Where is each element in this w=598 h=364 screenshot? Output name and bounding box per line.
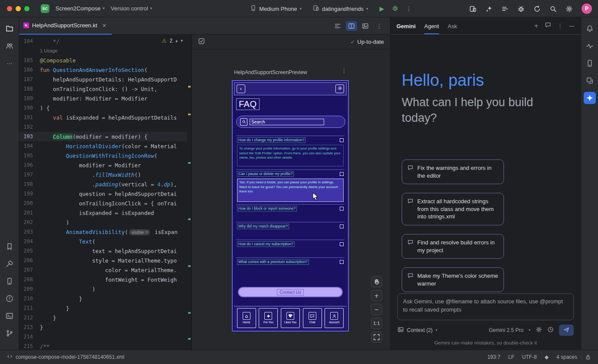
status-file[interactable]: compose-compose-model-1758748140651.xml [7,354,124,361]
prev-issue-icon[interactable]: ▴ [176,39,178,43]
problems-icon[interactable] [3,292,16,305]
code-line[interactable]: 190) { [19,103,187,113]
code-line[interactable]: 198 .padding(vertical = 4.dp), [19,179,187,189]
faq-question-row[interactable]: How do I cancel my subscription? [236,240,344,249]
profiler-icon[interactable] [584,40,596,52]
project-menu[interactable]: Screen2Compose ▾ [55,5,105,12]
project-folder-icon[interactable] [3,23,16,35]
error-stripe-mark[interactable] [188,162,191,164]
search-everywhere-icon[interactable] [549,5,557,13]
device-mirroring-icon[interactable] [469,5,477,13]
minimize-window-button[interactable] [16,6,21,11]
nav-item-home[interactable]: ⌂Home [237,308,256,328]
code-line[interactable]: 208 fontWeight = FontWeigh [19,275,187,284]
terminal-icon[interactable] [3,310,16,322]
status-4-spaces[interactable]: 4 spaces [556,354,577,360]
inspections-widget[interactable]: ⚠ 2 ▴ ▾ [160,37,185,44]
new-chat-icon[interactable]: + [534,23,539,29]
design-view-button[interactable] [360,21,371,31]
history-icon[interactable] [547,326,554,334]
next-issue-icon[interactable]: ▾ [181,39,183,43]
status-193-7[interactable]: 193:7 [488,354,500,360]
suggestion-card[interactable]: Find and resolve build errors in my proj… [402,234,504,259]
more-options-icon[interactable]: ⋮ [557,23,563,29]
nav-item-account[interactable]: Account [325,308,344,328]
settings-gear-icon[interactable] [335,84,344,93]
gemini-spark-icon[interactable] [584,92,596,104]
code-line[interactable]: 202 ) [19,218,187,227]
code-line[interactable]: 210 } [19,294,187,303]
error-stripe-mark[interactable] [188,312,191,314]
code-line[interactable]: 191 val isExpanded = helpAndSupportDetai… [19,113,187,122]
run-config-selector[interactable]: datingandfriends ▾ [313,5,368,13]
run-button[interactable]: ▶ [380,6,384,12]
suggestion-card[interactable]: Extract all hardcoded strings from this … [402,193,504,225]
layout-inspector-icon[interactable] [584,75,596,87]
nav-item-likes-you[interactable]: ♥Likes You [281,308,300,328]
faq-question-row[interactable]: What comes with a premium subscription? [236,258,344,266]
maximize-window-button[interactable] [24,6,29,11]
contact-us-button[interactable]: Contact Us [238,287,343,297]
code-line[interactable]: 193 Column(modifier = modifier) { [19,132,187,141]
expand-icon[interactable] [340,242,344,246]
gemini-settings-icon[interactable] [536,326,542,334]
code-line[interactable]: 197 .fillMaxWidth() [19,170,187,179]
sync-project-icon[interactable] [533,5,541,13]
code-line[interactable]: 214 [19,332,187,341]
diamond-icon[interactable]: ◆ [545,354,549,360]
suggestion-card[interactable]: Make my Theme's color scheme warmer [402,267,504,292]
code-view-button[interactable] [332,21,343,31]
expand-icon[interactable] [340,207,344,211]
tab-ask[interactable]: Ask [448,23,457,34]
tab-agent[interactable]: Agent [424,23,439,34]
faq-question-row[interactable]: How do I block or report someone? [236,205,344,213]
code-line[interactable]: 204 Text( [19,237,187,246]
expand-icon[interactable] [340,172,344,176]
send-button[interactable] [559,325,574,336]
code-line[interactable]: 200 onTrailingIconClick = { onTrai [19,198,187,208]
code-line[interactable]: 195 QuestionWithTrailingIconRow( [19,151,187,160]
error-stripe-mark[interactable] [188,265,191,267]
code-line[interactable]: 186fun QuestionAndAnswerInfoSection( [19,65,187,75]
error-stripe-mark[interactable] [188,114,191,115]
expand-icon[interactable] [340,224,344,228]
user-avatar[interactable]: P [582,3,592,14]
error-stripe-mark[interactable] [188,86,191,88]
error-stripe-mark[interactable] [188,218,191,220]
status-lf[interactable]: LF [508,354,514,360]
app-insights-bug-icon[interactable] [517,5,525,13]
task-list-icon[interactable] [501,5,509,13]
editor-options-icon[interactable]: ⋮ [374,21,385,31]
faq-question-row[interactable]: How do I change my profile information? [236,136,344,145]
device-explorer-icon[interactable] [3,275,16,287]
faq-question-row[interactable]: Why did my match disappear? [236,222,344,231]
more-run-options-icon[interactable]: ⋮ [406,6,412,12]
zoom-in-button[interactable]: + [371,290,382,301]
debug-button[interactable] [392,5,399,13]
notifications-bell-icon[interactable] [584,23,596,35]
code-line[interactable]: 201 isExpanded = isExpanded [19,208,187,218]
bookmarks-icon[interactable] [3,240,16,253]
context-selector[interactable]: Context (2) [407,327,432,333]
more-tool-windows-icon[interactable]: ⋯ [3,57,16,69]
code-line[interactable]: 215/** [19,341,187,350]
code-line[interactable]: 203 AnimatedVisibility(visible = isExpan [19,227,187,237]
code-line[interactable]: 187 helpAndSupportDetails: HelpAndSuppor… [19,75,187,84]
code-line[interactable]: 205 text = helpAndSupportDetai [19,246,187,256]
code-line[interactable]: 213} [19,322,187,332]
code-line[interactable]: 188 onTrailingIconClick: () -> Unit, [19,84,187,94]
code-line[interactable]: 192 [19,122,187,132]
close-tab-icon[interactable]: × [102,23,107,28]
hide-panel-icon[interactable]: — [569,23,575,29]
commit-users-icon[interactable] [3,40,16,52]
nav-item-for-you[interactable]: For You [259,308,278,328]
code-line[interactable]: 207 color = MaterialTheme. [19,265,187,275]
settings-gear-icon[interactable] [566,5,573,13]
search-field[interactable]: Search [236,116,345,128]
build-icon[interactable] [3,258,16,270]
editor-tab[interactable]: K HelpAndSupportScreen.kt × [19,17,112,35]
zoom-to-fit-button[interactable] [371,332,382,343]
code-line[interactable]: 189 modifier: Modifier = Modifier [19,94,187,103]
status-utf-8[interactable]: UTF-8 [522,354,537,360]
ui-check-icon[interactable] [198,38,205,46]
